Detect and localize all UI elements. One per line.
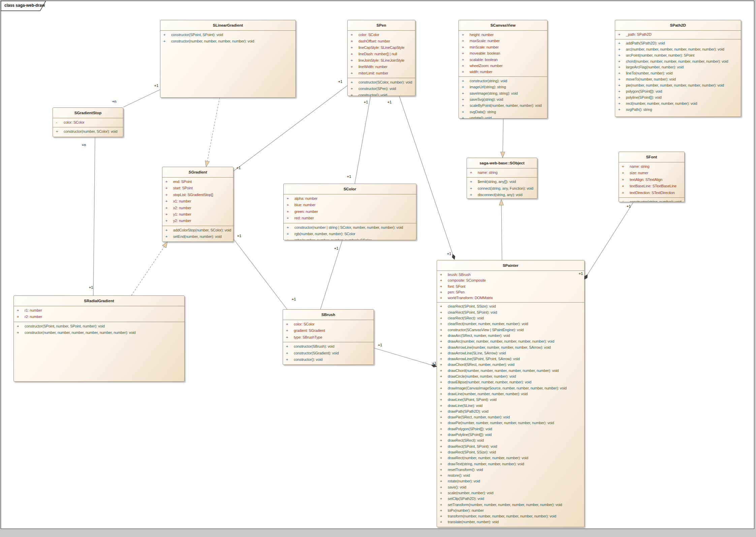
- attribute-row: +color: SColor: [348, 32, 415, 38]
- method-row: +rgb(number, number, number): SColor: [284, 231, 416, 237]
- method-row: +drawRect(SRect): void: [437, 438, 584, 443]
- method-row: +largeArcFlag(number, number): void: [615, 64, 741, 70]
- method-row: +drawChord(SRect, number, number): void: [437, 362, 584, 368]
- class-SPath2D[interactable]: SPath2D+_path: SPath2D+addPath(SPath2D):…: [615, 20, 741, 117]
- class-title: SPainter: [437, 260, 584, 271]
- method-row: +imageUrl(string): string: [459, 84, 547, 90]
- class-SColor[interactable]: SColor+alpha: number+blue: number+green:…: [283, 184, 416, 240]
- method-row: +disconnect(string, any): void: [467, 192, 537, 198]
- class-SGradientStop[interactable]: SGradientStop-color: SColor+constructor(…: [53, 107, 123, 137]
- method-row: +drawArc(number, number, number, number,…: [437, 339, 584, 344]
- attributes-compartment: +r1: number+r2: number: [14, 306, 184, 322]
- attribute-row: +textDirection: STextDirection: [619, 190, 684, 196]
- method-row: +clearRect(SPoint, SSize): void: [437, 304, 584, 309]
- method-row: +constructor(number, SColor): void: [53, 128, 123, 135]
- method-row: +rgba(number, number, number, number): S…: [284, 237, 416, 240]
- methods-compartment: +addColorStop(number, SColor): void+setE…: [162, 226, 233, 242]
- class-SPainter[interactable]: SPainter+brush: SBrush+composite: SCompo…: [437, 260, 585, 527]
- attribute-row: +miterLimit: number: [348, 70, 415, 76]
- attribute-row: +red: number: [284, 215, 416, 221]
- method-row: +constructor(): void: [283, 356, 374, 363]
- method-row: +setEnd(number, number): void: [162, 233, 233, 240]
- class-SGradient[interactable]: SGradient+end: SPoint+start: SPoint+stop…: [162, 167, 233, 242]
- attribute-row: +textBaseLine: STextBaseLine: [619, 183, 684, 189]
- method-row: +restore(): void: [437, 473, 584, 478]
- method-row: +transform(number, number, number, numbe…: [437, 513, 584, 519]
- attribute-row: +brush: SBrush: [437, 272, 584, 278]
- method-row: +constructor(number, number, number, num…: [14, 329, 184, 336]
- attribute-row: +width: number: [459, 69, 547, 75]
- method-row: +constructor(SPoint, number, SPoint, num…: [14, 323, 184, 329]
- method-row: +drawImage(CanvasImageSource, number, nu…: [437, 385, 584, 391]
- method-row: +constructor(string, number): void: [619, 199, 684, 202]
- class-SBrush[interactable]: SBrush+color: SColor+gradient: SGradient…: [283, 309, 374, 365]
- method-row: +drawLine(number, number, number, number…: [437, 391, 584, 397]
- method-row: +addPath(SPath2D): void: [615, 40, 741, 46]
- method-row: +resetTransform(): void: [437, 467, 584, 473]
- method-row: +drawPolygon(SPoint[]): void: [437, 426, 584, 432]
- method-row: +lineTo(number, number): void: [615, 70, 741, 76]
- attribute-row: +blue: number: [284, 202, 416, 208]
- method-row: +drawRect(SPoint, SSize): void: [437, 449, 584, 455]
- method-row: +connect(string, any, Function): void: [467, 185, 537, 192]
- method-row: +drawEllipse(number, number, number, num…: [437, 379, 584, 385]
- method-row: +saveSvg(string): void: [459, 96, 547, 102]
- attribute-row: +maxScale: number: [459, 38, 547, 44]
- method-row: +drawArrowLine(SPoint, SPoint, SArrow): …: [437, 356, 584, 362]
- attribute-row: +textAlign: STextAlign: [619, 177, 684, 183]
- method-row: +saveImage(string, string): void: [459, 90, 547, 96]
- class-SCanvasView[interactable]: SCanvasView+height: number+maxScale: num…: [459, 20, 547, 119]
- method-row: +drawRect(number, number, number, number…: [437, 455, 584, 461]
- method-row: +drawPolyline(SPoint[]): void: [437, 432, 584, 438]
- attribute-row: +type: SBrushType: [283, 334, 374, 341]
- attribute-row: +r2: number: [14, 314, 184, 320]
- method-row: +clearRect(SPoint, SPoint): void: [437, 310, 584, 315]
- class-title: SGradientStop: [53, 108, 123, 118]
- methods-compartment: +addPath(SPath2D): void+arc(number, numb…: [615, 39, 741, 114]
- attributes-compartment: +_path: SPath2D: [615, 31, 741, 39]
- method-row: +toPx(number): number: [437, 508, 584, 513]
- class-SRadialGradient[interactable]: SRadialGradient+r1: number+r2: number+co…: [13, 295, 185, 382]
- attributes-compartment: +alpha: number+blue: number+green: numbe…: [284, 194, 416, 223]
- attribute-row: +y1: number: [162, 211, 233, 218]
- method-row: +drawPath(SPath2D): void: [437, 409, 584, 414]
- method-row: +moveTo(number, number): void: [615, 76, 741, 83]
- method-row: +arcPoint(number, number, number): SPoin…: [615, 53, 741, 59]
- methods-compartment: +clearRect(SPoint, SSize): void+clearRec…: [437, 302, 584, 526]
- method-row: +drawChord(number, number, number, numbe…: [437, 368, 584, 374]
- class-title: SColor: [284, 184, 416, 194]
- method-row: +drawArrowLine(SLine, SArrow): void: [437, 350, 584, 356]
- attributes-compartment: +name: string+size: numer+textAlign: STe…: [619, 162, 684, 197]
- method-row: +drawRect(SPoint, SPoint): void: [437, 444, 584, 449]
- method-row: +setClip(SPath2D): void: [437, 496, 584, 502]
- method-row: +chord(number, number, number, number, n…: [615, 59, 741, 65]
- method-row: +constructor(string): void: [459, 78, 547, 84]
- attribute-row: +moveable: boolean: [459, 50, 547, 56]
- class-SLinearGradient[interactable]: SLinearGradient+constructor(SPoint, SPoi…: [160, 20, 296, 98]
- class-saga-web-base-SObject[interactable]: saga-web-base::SObject+name: string+$emi…: [467, 158, 537, 199]
- class-title: SPen: [348, 20, 415, 31]
- methods-compartment: +constructor(string, number): void: [619, 197, 684, 202]
- attribute-row: +y2: number: [162, 218, 233, 224]
- attribute-row: +color: SColor: [283, 321, 374, 327]
- attribute-row: +x1: number: [162, 198, 233, 204]
- attribute-row: +_path: SPath2D: [615, 32, 741, 38]
- attribute-row: +gradient: SGradient: [283, 327, 374, 334]
- attribute-row: +height: number: [459, 32, 547, 38]
- attribute-row: +end: SPoint: [162, 179, 233, 185]
- attributes-compartment: -color: SColor: [53, 118, 123, 127]
- method-row: +constructor(number, number, number, num…: [160, 38, 295, 44]
- class-title: SCanvasView: [459, 20, 547, 31]
- method-row: +clearRect(number, number, number, numbe…: [437, 321, 584, 327]
- methods-compartment: +constructor(SPoint, SPoint): void+const…: [160, 31, 295, 46]
- attribute-row: +wheelZoom: number: [459, 63, 547, 69]
- method-row: +svgData(): string: [459, 109, 547, 115]
- attribute-row: +lineJoinStyle: SLineJoinStyle: [348, 57, 415, 64]
- method-row: +drawArrowLine(number, number, number, n…: [437, 345, 584, 350]
- class-SFont[interactable]: SFont+name: string+size: numer+textAlign…: [619, 152, 685, 202]
- attributes-compartment: +color: SColor+gradient: SGradient+type:…: [283, 320, 374, 342]
- attribute-row: +pen: SPen: [437, 289, 584, 295]
- method-row: +rect(number, number, number, number): v…: [615, 101, 741, 107]
- class-SPen[interactable]: SPen+color: SColor+dashOffset: number+li…: [347, 20, 415, 96]
- attribute-row: +minScale: number: [459, 44, 547, 50]
